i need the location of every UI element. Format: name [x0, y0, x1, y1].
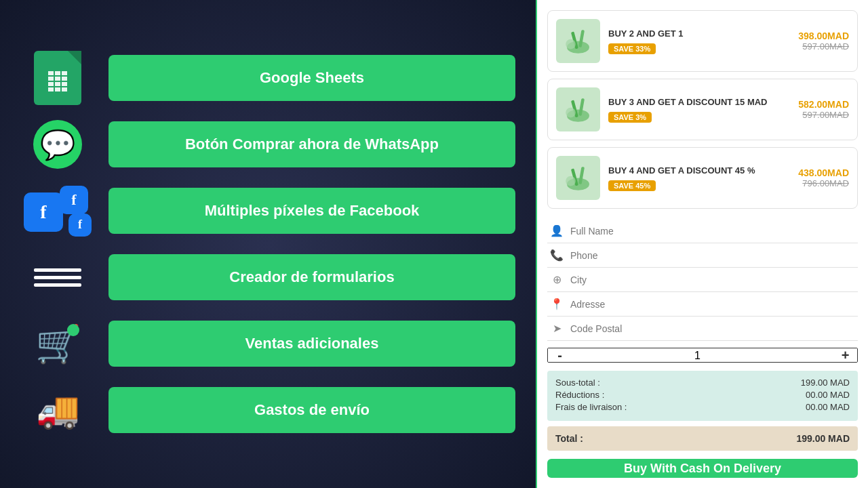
shipping-label: Frais de livraison : — [555, 402, 627, 412]
product-image-2 — [556, 87, 600, 131]
person-icon: 👤 — [550, 224, 564, 237]
postal-field[interactable]: ➤ — [547, 317, 858, 341]
feature-row-whatsapp: 💬 Botón Comprar ahora de WhatsApp — [20, 117, 515, 171]
form-builder-icon — [31, 265, 85, 290]
form-line-2 — [34, 276, 81, 279]
quantity-section: - + — [547, 348, 858, 363]
quantity-plus-button[interactable]: + — [833, 348, 857, 363]
feature-row-facebook: f f f Múltiples píxeles de Facebook — [20, 184, 515, 238]
postal-input[interactable] — [570, 323, 855, 334]
save-badge-3: SAVE 45% — [608, 180, 656, 191]
whatsapp-icon: 💬 — [33, 120, 82, 169]
product-card-2[interactable]: BUY 3 AND GET A DISCOUNT 15 MAD SAVE 3% … — [547, 79, 858, 140]
phone-input[interactable] — [570, 250, 855, 261]
whatsapp-button[interactable]: Botón Comprar ahora de WhatsApp — [108, 121, 515, 167]
product-card-1[interactable]: BUY 2 AND GET 1 SAVE 33% 398.00MAD 597.0… — [547, 10, 858, 72]
svg-point-11 — [566, 176, 576, 186]
facebook-icon-1: f — [24, 192, 63, 232]
product-image-1 — [556, 19, 600, 63]
sheets-icon — [34, 51, 81, 105]
product-card-3[interactable]: BUY 4 AND GET A DISCOUNT 45 % SAVE 45% 4… — [547, 147, 858, 209]
price-new-3: 438.00MAD — [798, 167, 849, 178]
subtotal-label: Sous-total : — [555, 378, 600, 388]
facebook-multi-icon: f f f — [24, 186, 92, 237]
discount-value: 00.00 MAD — [806, 390, 850, 400]
google-sheets-button[interactable]: Google Sheets — [108, 55, 515, 101]
right-panel: BUY 2 AND GET 1 SAVE 33% 398.00MAD 597.0… — [536, 0, 868, 488]
city-icon: ⊕ — [550, 273, 564, 286]
product-info-3: BUY 4 AND GET A DISCOUNT 45 % SAVE 45% — [608, 165, 790, 191]
order-form: 👤 📞 ⊕ 📍 ➤ — [547, 219, 858, 341]
full-name-field[interactable]: 👤 — [547, 219, 858, 243]
price-new-2: 582.00MAD — [798, 99, 849, 110]
discount-row: Réductions : 00.00 MAD — [555, 390, 850, 400]
buy-button[interactable]: Buy With Cash On Delivery — [547, 459, 858, 478]
product-prices-3: 438.00MAD 796.00MAD — [798, 167, 849, 188]
phone-field[interactable]: 📞 — [547, 243, 858, 268]
product-image-3 — [556, 156, 600, 200]
truck-icon-box: 🚚 — [20, 383, 95, 437]
feature-row-shipping: 🚚 Gastos de envío — [20, 383, 515, 437]
facebook-icon-3: f — [68, 214, 92, 237]
subtotal-value: 199.00 MAD — [801, 378, 850, 388]
product-title-3: BUY 4 AND GET A DISCOUNT 45 % — [608, 165, 790, 176]
discount-label: Réductions : — [555, 390, 604, 400]
full-name-input[interactable] — [570, 226, 855, 237]
quantity-input[interactable] — [572, 348, 833, 363]
whatsapp-icon-box: 💬 — [20, 117, 95, 171]
city-field[interactable]: ⊕ — [547, 268, 858, 292]
facebook-icon-box: f f f — [20, 184, 95, 238]
address-input[interactable] — [570, 299, 855, 310]
cart-icon-box: 🛒 — [20, 317, 95, 371]
product-info-1: BUY 2 AND GET 1 SAVE 33% — [608, 28, 790, 54]
totals-section: Sous-total : 199.00 MAD Réductions : 00.… — [547, 371, 858, 421]
upsell-button[interactable]: Ventas adicionales — [108, 321, 515, 367]
form-line-3 — [34, 283, 81, 287]
quantity-minus-button[interactable]: - — [548, 348, 572, 363]
shipping-button[interactable]: Gastos de envío — [108, 387, 515, 433]
form-builder-button[interactable]: Creador de formularios — [108, 254, 515, 300]
total-label: Total : — [555, 433, 583, 444]
price-old-2: 597.00MAD — [798, 110, 849, 120]
feature-row-google-sheets: Google Sheets — [20, 51, 515, 105]
product-title-1: BUY 2 AND GET 1 — [608, 28, 790, 39]
shipping-row: Frais de livraison : 00.00 MAD — [555, 402, 850, 412]
price-new-1: 398.00MAD — [798, 30, 849, 41]
total-value: 199.00 MAD — [796, 433, 850, 444]
facebook-button[interactable]: Múltiples píxeles de Facebook — [108, 188, 515, 234]
phone-icon: 📞 — [550, 249, 564, 262]
address-field[interactable]: 📍 — [547, 292, 858, 317]
form-icon-box — [20, 250, 95, 304]
cart-dot — [67, 324, 79, 336]
postal-icon: ➤ — [550, 322, 564, 335]
price-old-3: 796.00MAD — [798, 178, 849, 188]
feature-row-upsell: 🛒 Ventas adicionales — [20, 317, 515, 371]
svg-point-7 — [566, 108, 576, 118]
save-badge-1: SAVE 33% — [608, 43, 656, 54]
facebook-icon-2: f — [60, 186, 88, 214]
truck-icon: 🚚 — [36, 390, 80, 431]
save-badge-2: SAVE 3% — [608, 112, 652, 123]
grand-total-section: Total : 199.00 MAD — [547, 426, 858, 451]
product-prices-1: 398.00MAD 597.00MAD — [798, 30, 849, 52]
product-title-2: BUY 3 AND GET A DISCOUNT 15 MAD — [608, 97, 790, 107]
shipping-value: 00.00 MAD — [806, 402, 850, 412]
price-old-1: 597.00MAD — [798, 41, 849, 52]
product-info-2: BUY 3 AND GET A DISCOUNT 15 MAD SAVE 3% — [608, 97, 790, 123]
city-input[interactable] — [570, 274, 855, 285]
address-icon: 📍 — [550, 298, 564, 310]
left-panel: Google Sheets 💬 Botón Comprar ahora de W… — [0, 0, 536, 488]
feature-row-form: Creador de formularios — [20, 250, 515, 304]
sheets-icon-box — [20, 51, 95, 105]
cart-icon: 🛒 — [35, 323, 81, 365]
product-prices-2: 582.00MAD 597.00MAD — [798, 99, 849, 120]
subtotal-row: Sous-total : 199.00 MAD — [555, 378, 850, 388]
svg-point-3 — [566, 39, 576, 49]
form-line-1 — [34, 268, 81, 272]
